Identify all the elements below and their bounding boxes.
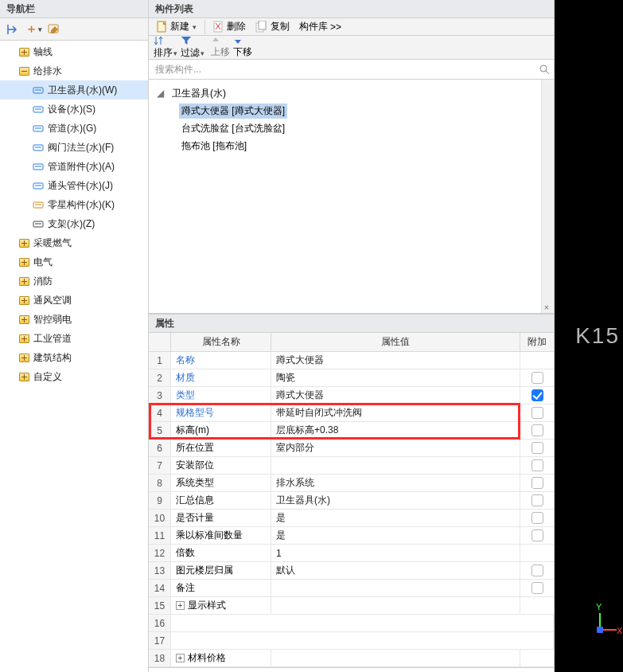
nav-item[interactable]: 零星构件(水)(K): [0, 195, 148, 214]
checkbox[interactable]: [531, 407, 543, 419]
move-down-button[interactable]: 下移: [233, 36, 252, 59]
property-row[interactable]: 9汇总信息卫生器具(水): [149, 492, 554, 510]
property-value[interactable]: 层底标高+0.38: [271, 422, 520, 439]
property-row[interactable]: 2材质陶瓷: [149, 369, 554, 387]
property-value[interactable]: 1: [271, 545, 520, 561]
component-tree[interactable]: ◢卫生器具(水) 蹲式大便器 [蹲式大便器]台式洗脸盆 [台式洗脸盆]拖布池 […: [149, 80, 554, 314]
chevron-right-icon[interactable]: [3, 352, 14, 363]
nav-item[interactable]: 管道附件(水)(A): [0, 157, 148, 176]
sort-button[interactable]: 排序▾: [154, 35, 177, 60]
close-icon[interactable]: ×: [541, 302, 552, 313]
property-value[interactable]: [271, 580, 520, 596]
property-row[interactable]: 1名称蹲式大便器: [149, 352, 554, 369]
component-category[interactable]: ◢卫生器具(水): [155, 84, 547, 102]
property-value[interactable]: [271, 597, 520, 614]
property-value[interactable]: [271, 650, 520, 666]
nav-category[interactable]: 工业管道: [0, 329, 148, 348]
chevron-right-icon[interactable]: [3, 46, 14, 57]
nav-item[interactable]: 支架(水)(Z): [0, 214, 148, 233]
property-row[interactable]: 3类型蹲式大便器: [149, 387, 554, 404]
component-item[interactable]: 拖布池 [拖布池]: [155, 137, 547, 154]
property-row[interactable]: 11乘以标准间数量是: [149, 527, 554, 545]
component-item[interactable]: 蹲式大便器 [蹲式大便器]: [155, 102, 547, 119]
chevron-right-icon[interactable]: [3, 295, 14, 306]
property-value[interactable]: 排水系统: [271, 475, 520, 491]
expand-icon[interactable]: +: [176, 654, 185, 662]
property-row[interactable]: 6所在位置室内部分: [149, 440, 554, 457]
property-row[interactable]: 18+材料价格: [149, 650, 554, 667]
new-button[interactable]: 新建▾: [154, 18, 200, 35]
chevron-right-icon[interactable]: [3, 333, 14, 344]
chevron-right-icon[interactable]: [3, 371, 14, 382]
property-value[interactable]: 卫生器具(水): [271, 492, 520, 509]
checkbox[interactable]: [531, 442, 543, 454]
nav-item[interactable]: 阀门法兰(水)(F): [0, 138, 148, 157]
property-row[interactable]: 13图元楼层归属默认: [149, 562, 554, 580]
filter-button[interactable]: 过滤▾: [181, 35, 204, 60]
copy-button[interactable]: 复制: [252, 18, 293, 35]
checkbox[interactable]: [531, 529, 543, 541]
move-up-button[interactable]: 上移: [211, 36, 230, 59]
search-input[interactable]: [149, 60, 535, 79]
nav-tree[interactable]: 轴线给排水卫生器具(水)(W)设备(水)(S)管道(水)(G)阀门法兰(水)(F…: [0, 41, 148, 672]
component-item[interactable]: 台式洗脸盆 [台式洗脸盆]: [155, 119, 547, 137]
property-row[interactable]: 5标高(m)层底标高+0.38: [149, 422, 554, 440]
property-value[interactable]: 陶瓷: [271, 369, 520, 386]
nav-item[interactable]: 卫生器具(水)(W): [0, 80, 148, 100]
nav-category[interactable]: 消防: [0, 272, 148, 291]
property-row[interactable]: 17: [149, 632, 554, 650]
property-row[interactable]: 12倍数1: [149, 545, 554, 562]
property-value[interactable]: 默认: [271, 562, 520, 579]
nav-category[interactable]: 给排水: [0, 61, 148, 80]
collapse-icon[interactable]: [5, 21, 21, 37]
property-row[interactable]: 15+显示样式: [149, 597, 554, 615]
property-value[interactable]: 带延时自闭式冲洗阀: [271, 404, 520, 421]
chevron-right-icon[interactable]: [3, 237, 14, 248]
nav-category[interactable]: 智控弱电: [0, 310, 148, 329]
edit-icon[interactable]: [46, 21, 62, 37]
property-value[interactable]: 室内部分: [271, 440, 520, 456]
nav-category[interactable]: 电气: [0, 252, 148, 272]
scrollbar[interactable]: [541, 80, 554, 313]
checkbox[interactable]: [531, 565, 543, 576]
nav-category[interactable]: 通风空调: [0, 291, 148, 310]
checkbox[interactable]: [531, 424, 543, 436]
nav-category[interactable]: 采暖燃气: [0, 233, 148, 252]
add-icon[interactable]: ＋▾: [25, 21, 41, 37]
viewport-3d[interactable]: K15 Y X: [555, 0, 623, 672]
checkbox[interactable]: [531, 582, 543, 594]
property-row[interactable]: 8系统类型排水系统: [149, 475, 554, 492]
chevron-right-icon[interactable]: [3, 314, 14, 325]
expand-icon[interactable]: +: [176, 601, 185, 610]
checkbox[interactable]: [531, 372, 543, 384]
library-button[interactable]: 构件库>>: [296, 18, 345, 35]
nav-category[interactable]: 建筑结构: [0, 348, 148, 367]
chevron-right-icon[interactable]: [3, 256, 14, 268]
property-value[interactable]: [271, 457, 520, 474]
checkbox[interactable]: [531, 389, 543, 401]
property-value[interactable]: 是: [271, 527, 520, 544]
nav-category[interactable]: 自定义: [0, 367, 148, 386]
chevron-down-icon[interactable]: ◢: [157, 88, 166, 99]
chevron-down-icon[interactable]: [3, 65, 14, 76]
checkbox[interactable]: [531, 494, 543, 506]
property-row[interactable]: 16: [149, 615, 554, 632]
property-value[interactable]: 蹲式大便器: [271, 387, 520, 404]
nav-item[interactable]: 通头管件(水)(J): [0, 176, 148, 195]
property-value[interactable]: 蹲式大便器: [271, 352, 520, 369]
delete-button[interactable]: 删除: [210, 18, 249, 35]
nav-category[interactable]: 轴线: [0, 42, 148, 61]
property-row[interactable]: 7安装部位: [149, 457, 554, 475]
search-icon[interactable]: [535, 64, 554, 75]
property-value[interactable]: 是: [271, 510, 520, 526]
nav-item[interactable]: 设备(水)(S): [0, 100, 148, 119]
property-row[interactable]: 14备注: [149, 580, 554, 597]
checkbox[interactable]: [531, 477, 543, 489]
chevron-right-icon[interactable]: [3, 275, 14, 287]
checkbox[interactable]: [531, 512, 543, 524]
property-row[interactable]: 4规格型号带延时自闭式冲洗阀: [149, 404, 554, 422]
checkbox[interactable]: [531, 459, 543, 471]
nav-item[interactable]: 管道(水)(G): [0, 119, 148, 138]
properties-grid[interactable]: 属性名称属性值附加1名称蹲式大便器2材质陶瓷3类型蹲式大便器4规格型号带延时自闭…: [149, 333, 554, 667]
property-row[interactable]: 10是否计量是: [149, 510, 554, 527]
